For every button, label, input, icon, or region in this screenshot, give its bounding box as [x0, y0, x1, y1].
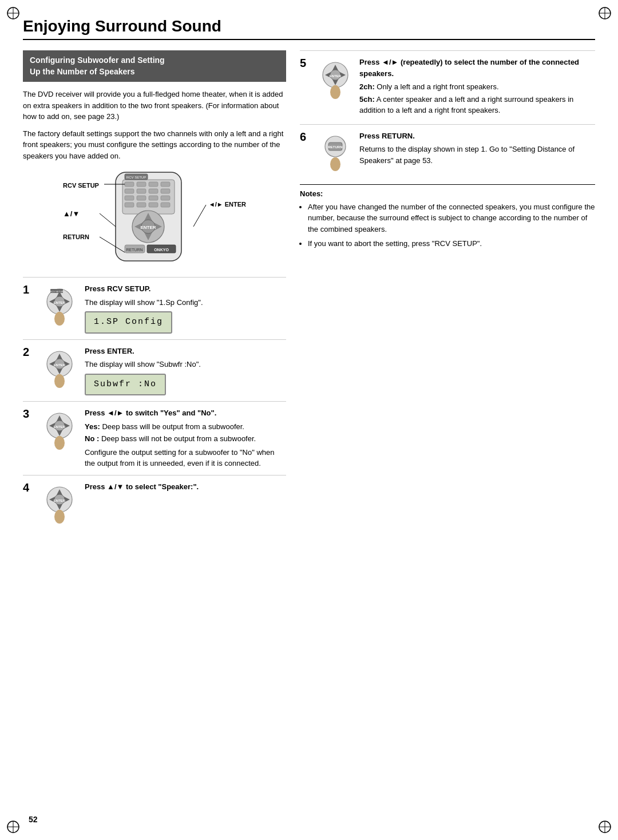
intro-para2: The factory default settings support the…	[23, 128, 286, 162]
intro-para1: The DVD receiver will provide you a full…	[23, 89, 286, 122]
svg-text:RCV SETUP: RCV SETUP	[50, 290, 64, 293]
corner-mark-tr	[596, 5, 613, 22]
note-item-1: After you have changed the number of the…	[308, 201, 595, 235]
main-layout: Configuring Subwoofer and Setting Up the…	[23, 50, 595, 529]
step-6-icon: RETURN	[317, 130, 354, 173]
svg-line-46	[193, 205, 206, 227]
svg-text:ENTER: ENTER	[54, 301, 66, 304]
svg-rect-102	[331, 89, 334, 94]
svg-text:ENTER: ENTER	[54, 425, 66, 429]
diagram-lines	[63, 169, 246, 267]
step-3-title: Press ◄/► to switch "Yes" and "No".	[85, 407, 286, 419]
step-4-content: Press ▲/▼ to select "Speaker:".	[85, 481, 286, 495]
step-6-row: 6 RETURN Press RETURN. Returns to the di…	[300, 124, 595, 179]
step-3-icon: ENTER	[41, 407, 78, 450]
step-6-title: Press RETURN.	[359, 130, 595, 142]
step-2-number: 2	[23, 346, 34, 359]
step-1-content: Press RCV SETUP. The display will show "…	[85, 283, 286, 334]
step-6-number: 6	[300, 130, 311, 144]
step-1-title: Press RCV SETUP.	[85, 283, 286, 295]
svg-text:ENTER: ENTER	[54, 363, 66, 367]
corner-mark-br	[596, 818, 613, 835]
step-6-body: Returns to the display shown in step 1. …	[359, 144, 595, 166]
step-2-lcd: Subwfr :No	[85, 374, 166, 396]
step-3-row: 3 ENTER Press ◄/► to switch "Yes"	[23, 401, 286, 475]
svg-text:ENTER: ENTER	[54, 499, 66, 502]
step-2-content: Press ENTER. The display will show "Subw…	[85, 346, 286, 396]
step-5-row: 5 ENTER Press ◄/► (repeatedly) to	[300, 50, 595, 122]
step-1-row: 1 ENTER RCV SETUP	[23, 277, 286, 339]
step-5-icon: ENTER	[317, 57, 354, 99]
svg-rect-103	[336, 89, 339, 94]
svg-rect-81	[61, 439, 64, 445]
page-number: 52	[29, 815, 38, 824]
svg-rect-92	[61, 513, 64, 519]
svg-rect-91	[56, 513, 58, 519]
note-item-2: If you want to abort the setting, press …	[308, 238, 595, 249]
step-2-icon: ENTER	[41, 346, 78, 388]
right-column: 5 ENTER Press ◄/► (repeatedly) to	[300, 50, 595, 529]
step-5-title: Press ◄/► (repeatedly) to select the num…	[359, 57, 595, 79]
notes-section: Notes: After you have changed the number…	[300, 184, 595, 249]
svg-rect-57	[61, 315, 64, 321]
notes-title: Notes:	[300, 189, 595, 198]
step-3-no: No : Deep bass will not be output from a…	[85, 433, 286, 445]
step-5-2ch: 2ch: Only a left and a right front speak…	[359, 81, 595, 93]
step-4-icon: ENTER	[41, 481, 78, 524]
step-4-row: 4 ENTER Press ▲/▼ to select "Spea	[23, 475, 286, 529]
step-1-icon: ENTER RCV SETUP	[41, 283, 78, 326]
svg-line-45	[100, 237, 125, 252]
step-2-body: The display will show "Subwfr :No".	[85, 359, 286, 370]
step-4-number: 4	[23, 481, 34, 494]
step-6-content: Press RETURN. Returns to the display sho…	[359, 130, 595, 167]
step-2-row: 2 ENTER Press ENTER. The	[23, 339, 286, 402]
svg-text:ENTER: ENTER	[330, 74, 342, 78]
section-header: Configuring Subwoofer and Setting Up the…	[23, 50, 286, 82]
notes-list: After you have changed the number of the…	[300, 201, 595, 249]
step-1-number: 1	[23, 283, 34, 296]
step-5-number: 5	[300, 57, 311, 70]
step-4-title: Press ▲/▼ to select "Speaker:".	[85, 481, 286, 493]
svg-rect-69	[56, 378, 58, 383]
step-3-yes: Yes: Deep bass will be output from a sub…	[85, 421, 286, 433]
step-2-title: Press ENTER.	[85, 346, 286, 357]
svg-rect-110	[336, 161, 339, 167]
corner-mark-tl	[5, 5, 22, 22]
svg-rect-80	[56, 439, 58, 445]
corner-mark-bl	[5, 818, 22, 835]
svg-rect-70	[61, 378, 64, 383]
svg-rect-56	[56, 315, 58, 321]
step-5-content: Press ◄/► (repeatedly) to select the num…	[359, 57, 595, 116]
step-5-5ch: 5ch: A center speaker and a left and a r…	[359, 94, 595, 116]
step-3-number: 3	[23, 407, 34, 421]
svg-line-44	[100, 213, 116, 227]
step-1-body: The display will show "1.Sp Config".	[85, 297, 286, 308]
step-1-lcd: 1.SP Config	[85, 311, 172, 334]
step-3-extra: Configure the output setting for a subwo…	[85, 447, 286, 469]
left-column: Configuring Subwoofer and Setting Up the…	[23, 50, 286, 529]
svg-text:RETURN: RETURN	[328, 145, 343, 149]
diagram-area: RCV SETUP ▲/▼ RETURN ◄/► ENTER	[23, 169, 286, 267]
step-3-content: Press ◄/► to switch "Yes" and "No". Yes:…	[85, 407, 286, 469]
page-title: Enjoying Surround Sound	[23, 17, 595, 40]
svg-rect-109	[331, 161, 334, 167]
